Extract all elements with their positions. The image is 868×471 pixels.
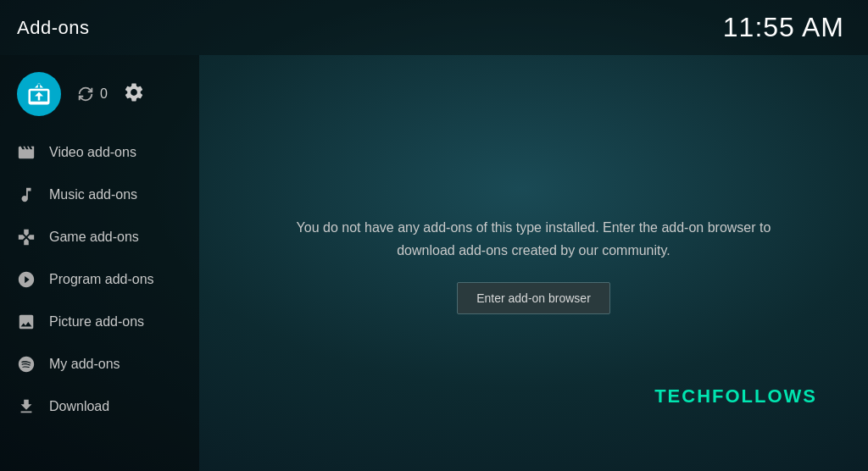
video-icon [17, 143, 36, 162]
gear-icon [123, 81, 145, 103]
download-icon [17, 397, 36, 416]
refresh-icon [76, 85, 95, 103]
myadd-icon [17, 355, 36, 374]
sidebar-item-video[interactable]: Video add-ons [0, 131, 199, 174]
sidebar-nav: Video add-ons Music add-ons Game add-ons… [0, 131, 199, 428]
sidebar-item-picture[interactable]: Picture add-ons [0, 301, 199, 343]
sidebar-top-icons: 0 [0, 69, 199, 131]
music-icon [17, 186, 36, 204]
sidebar-item-program[interactable]: Program add-ons [0, 258, 199, 301]
no-addons-message: You do not have any add-ons of this type… [280, 216, 788, 262]
picture-addons-label: Picture add-ons [49, 314, 144, 330]
program-icon [17, 270, 36, 289]
sidebar-item-download[interactable]: Download [0, 385, 199, 428]
sidebar-item-music[interactable]: Music add-ons [0, 174, 199, 216]
sidebar: 0 Video add-ons Music add-ons [0, 55, 199, 471]
refresh-count: 0 [100, 86, 108, 102]
music-addons-label: Music add-ons [49, 187, 137, 202]
program-addons-label: Program add-ons [49, 272, 154, 287]
game-addons-label: Game add-ons [49, 230, 139, 245]
header: Add-ons 11:55 AM [0, 0, 868, 55]
main-layout: 0 Video add-ons Music add-ons [0, 55, 868, 471]
clock: 11:55 AM [723, 12, 844, 43]
addon-box-icon [26, 81, 52, 107]
content-area: You do not have any add-ons of this type… [199, 55, 868, 471]
settings-button[interactable] [123, 81, 145, 107]
picture-icon [17, 313, 36, 331]
video-addons-label: Video add-ons [49, 145, 136, 160]
gamepad-icon [17, 228, 36, 247]
my-addons-label: My add-ons [49, 357, 120, 372]
page-title: Add-ons [17, 17, 89, 39]
watermark-text: TECHFOLLOWS [654, 385, 817, 407]
addon-browser-button[interactable] [17, 72, 61, 116]
sidebar-item-game[interactable]: Game add-ons [0, 216, 199, 258]
refresh-group[interactable]: 0 [76, 85, 108, 103]
enter-addon-browser-button[interactable]: Enter add-on browser [457, 282, 610, 314]
download-label: Download [49, 399, 109, 414]
sidebar-item-myadd[interactable]: My add-ons [0, 343, 199, 385]
